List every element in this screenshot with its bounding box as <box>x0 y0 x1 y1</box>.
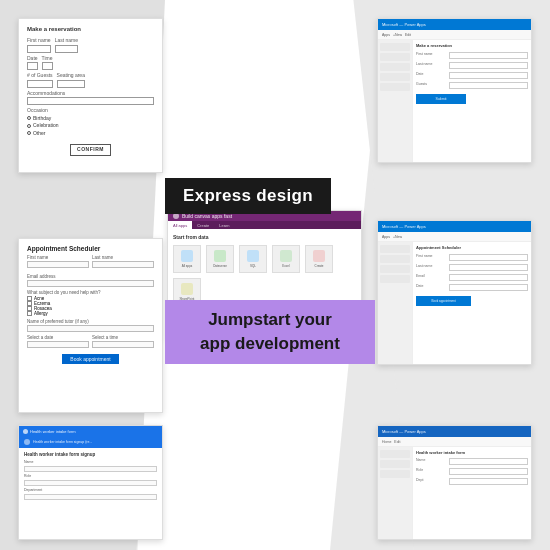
center-app-icon-2 <box>214 250 226 262</box>
right-sidebar-item-2d <box>380 275 410 283</box>
email-form-thumb: Health worker intake form Health worker … <box>18 425 163 540</box>
email-dept-input[interactable] <box>24 494 157 500</box>
right-title-3: Microsoft — Power Apps <box>382 429 426 434</box>
right-titlebar-3: Microsoft — Power Apps <box>378 426 531 437</box>
right-label-1d: Guests <box>416 82 446 89</box>
right-titlebar-1: Microsoft — Power Apps <box>378 19 531 30</box>
paper-label-seating: Seating area <box>57 72 85 80</box>
appt-title: Appointment Scheduler <box>27 245 154 252</box>
center-app-icon-4 <box>280 250 292 262</box>
jumpstart-label: Jumpstart your app development <box>165 300 375 364</box>
right-input-1a[interactable] <box>449 52 528 59</box>
paper-title: Make a reservation <box>27 25 154 34</box>
right-sidebar-item-1d <box>380 73 410 81</box>
right-screen-3-thumb: Microsoft — Power Apps Home Edit Health … <box>377 425 532 540</box>
paper-label-time: Time <box>42 55 53 63</box>
paper-label-date: Date <box>27 55 38 63</box>
right-input-1d[interactable] <box>449 82 528 89</box>
right-label-2c: Email <box>416 274 446 281</box>
right-submit-2[interactable]: Book appointment <box>416 296 471 306</box>
center-app-icon-1 <box>181 250 193 262</box>
appt-book-button[interactable]: Book appointment <box>62 354 118 364</box>
right-screen-2-thumb: Microsoft — Power Apps Apps +New Appoint… <box>377 220 532 365</box>
appt-email-label: Email address <box>27 274 154 279</box>
email-name-label: Name <box>24 460 157 464</box>
appt-subject-label: What subject do you need help with? <box>27 290 154 295</box>
right-nav-item-3a: Home <box>382 440 391 444</box>
right-screen-1-thumb: Microsoft — Power Apps Apps +New Edit Ma… <box>377 18 532 163</box>
center-app-tile-1[interactable]: All apps <box>173 245 201 273</box>
email-form-title: Health worker intake form signup <box>24 452 157 457</box>
center-app-tile-3[interactable]: SQL <box>239 245 267 273</box>
center-tab-allapps[interactable]: All apps <box>168 221 192 229</box>
center-tab-create[interactable]: Create <box>192 221 214 229</box>
email-close <box>24 439 30 445</box>
right-sidebar-item-1e <box>380 83 410 91</box>
right-sidebar-item-2a <box>380 245 410 253</box>
right-nav-item-3b: Edit <box>394 440 400 444</box>
right-nav-3: Home Edit <box>378 437 531 447</box>
right-title-1: Microsoft — Power Apps <box>382 22 426 27</box>
right-nav-item-2a: Apps <box>382 235 390 239</box>
center-app-name-3: SQL <box>250 264 256 268</box>
center-app-tile-5[interactable]: Create <box>305 245 333 273</box>
paper-wireframe-thumb: Make a reservation First name Last name … <box>18 18 163 173</box>
email-subtitle: Health worker intake form signup (re... <box>33 440 92 444</box>
right-label-3a: Name <box>416 458 446 465</box>
right-form-title-3: Health worker intake form <box>416 450 528 455</box>
right-label-2a: First name <box>416 254 446 261</box>
right-sidebar-item-3a <box>380 450 410 458</box>
paper-label-firstname: First name <box>27 37 51 45</box>
right-nav-item-2b: +New <box>393 235 402 239</box>
center-app-icon-3 <box>247 250 259 262</box>
appt-firstname-label: First name <box>27 255 89 260</box>
paper-label-lastname: Last name <box>55 37 78 45</box>
center-tabs: All apps Create Learn <box>168 221 361 229</box>
right-input-2b[interactable] <box>449 264 528 271</box>
center-app-name-4: Excel <box>282 264 289 268</box>
center-app-name-5: Create <box>314 264 323 268</box>
appointment-thumb: Appointment Scheduler First name Last na… <box>18 238 163 413</box>
paper-radio-birthday: Birthday <box>33 115 51 123</box>
email-role-label: Role <box>24 474 157 478</box>
appt-time-label: Select a time <box>92 335 154 340</box>
email-name-input[interactable] <box>24 466 157 472</box>
right-input-2a[interactable] <box>449 254 528 261</box>
right-main-3: Health worker intake form Name Role Dept <box>413 447 531 539</box>
right-sidebar-item-3c <box>380 470 410 478</box>
right-input-1c[interactable] <box>449 72 528 79</box>
right-title-2: Microsoft — Power Apps <box>382 224 426 229</box>
center-app-tile-2[interactable]: Dataverse <box>206 245 234 273</box>
center-tab-learn[interactable]: Learn <box>214 221 234 229</box>
center-app-name-1: All apps <box>182 264 193 268</box>
paper-label-guests: # of Guests <box>27 72 53 80</box>
right-main-1: Make a reservation First name Last name … <box>413 40 531 162</box>
appt-check-allergy: Allergy <box>34 311 48 316</box>
right-input-3c[interactable] <box>449 478 528 485</box>
paper-radio-celebration: Celebration <box>33 122 59 130</box>
center-section-start: Start from data <box>173 234 356 240</box>
right-nav-item-1a: Apps <box>382 33 390 37</box>
right-form-title-1: Make a reservation <box>416 43 528 48</box>
right-input-1b[interactable] <box>449 62 528 69</box>
right-submit-1[interactable]: Submit <box>416 94 466 104</box>
right-input-3a[interactable] <box>449 458 528 465</box>
right-input-2d[interactable] <box>449 284 528 291</box>
right-label-3b: Role <box>416 468 446 475</box>
center-app-icon-5 <box>313 250 325 262</box>
email-role-input[interactable] <box>24 480 157 486</box>
email-dept-label: Department <box>24 488 157 492</box>
right-main-2: Appointment Scheduler First name Last na… <box>413 242 531 364</box>
center-app-tile-4[interactable]: Excel <box>272 245 300 273</box>
right-input-3b[interactable] <box>449 468 528 475</box>
right-sidebar-item-1b <box>380 53 410 61</box>
right-sidebar-3 <box>378 447 413 539</box>
right-nav-item-1b: +New <box>393 33 402 37</box>
paper-confirm-button[interactable]: CONFIRM <box>70 144 111 156</box>
appt-tutor-label: Name of preferred tutor (if any) <box>27 319 154 324</box>
email-titlebar: Health worker intake form <box>19 426 162 436</box>
right-label-2d: Date <box>416 284 446 291</box>
center-app-name-2: Dataverse <box>213 264 227 268</box>
right-nav-1: Apps +New Edit <box>378 30 531 40</box>
right-input-2c[interactable] <box>449 274 528 281</box>
